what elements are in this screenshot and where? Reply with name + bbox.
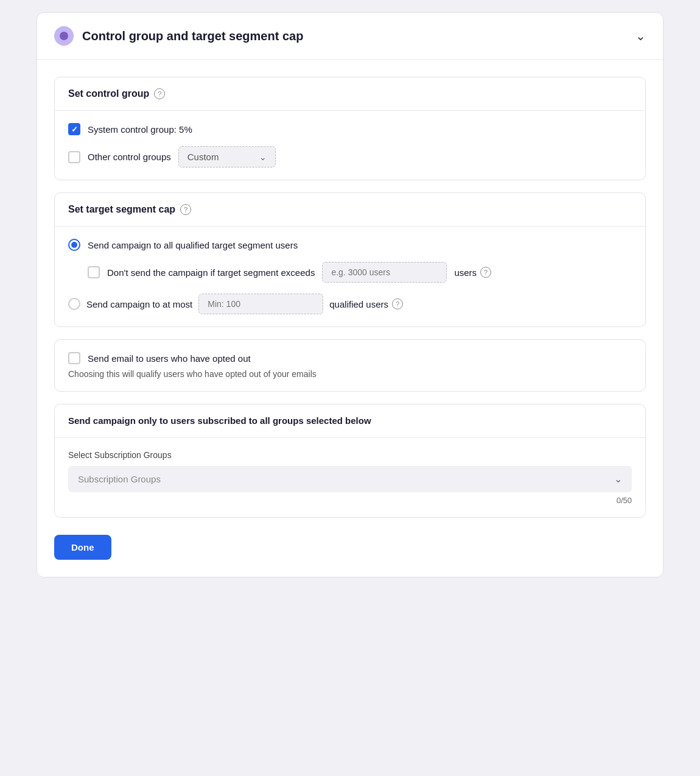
qualified-suffix-label: qualified users ? <box>329 298 403 309</box>
system-control-label: System control group: 5% <box>88 124 192 135</box>
system-control-checkbox[interactable] <box>68 123 80 135</box>
control-group-section: Set control group ? System control group… <box>54 77 646 180</box>
card-header-left: Control group and target segment cap <box>54 26 303 46</box>
opted-out-section: Send email to users who have opted out C… <box>54 339 646 392</box>
radio-all-label: Send campaign to all qualified target se… <box>88 240 298 250</box>
subscription-section: Send campaign only to users subscribed t… <box>54 404 646 518</box>
target-segment-header: Set target segment cap ? <box>55 193 645 227</box>
target-segment-section: Set target segment cap ? Send campaign t… <box>54 192 646 327</box>
main-card: Control group and target segment cap ⌄ S… <box>37 12 663 577</box>
custom-dropdown-chevron: ⌄ <box>259 152 267 162</box>
card-header: Control group and target segment cap ⌄ <box>37 13 663 60</box>
dont-send-label: Don't send the campaign if target segmen… <box>107 267 315 278</box>
control-group-header: Set control group ? <box>55 77 645 111</box>
subscription-section-body: Select Subscription Groups Subscription … <box>55 438 645 517</box>
dont-send-row: Don't send the campaign if target segmen… <box>88 262 632 283</box>
radio-most[interactable] <box>68 298 80 310</box>
target-segment-body: Send campaign to all qualified target se… <box>55 227 645 326</box>
control-group-body: System control group: 5% Other control g… <box>55 111 645 180</box>
subscription-section-title: Send campaign only to users subscribed t… <box>68 415 371 426</box>
opted-out-checkbox[interactable] <box>68 352 80 364</box>
target-segment-title: Set target segment cap <box>68 204 175 215</box>
exceeds-input[interactable] <box>322 262 447 283</box>
done-button[interactable]: Done <box>54 535 111 560</box>
radio-all-row: Send campaign to all qualified target se… <box>68 239 632 251</box>
opted-out-description: Choosing this will qualify users who hav… <box>68 369 632 379</box>
subscription-chevron-icon: ⌄ <box>614 473 622 485</box>
radio-most-label: Send campaign to at most <box>86 299 192 309</box>
other-control-checkbox[interactable] <box>68 151 80 163</box>
other-control-label: Other control groups <box>88 152 171 162</box>
subscription-count: 0/50 <box>68 496 632 505</box>
collapse-icon[interactable]: ⌄ <box>635 29 646 43</box>
radio-most-row: Send campaign to at most qualified users… <box>68 294 632 314</box>
dont-send-checkbox[interactable] <box>88 266 100 278</box>
radio-all[interactable] <box>68 239 80 251</box>
opted-out-top: Send email to users who have opted out <box>68 352 632 364</box>
header-icon <box>54 26 74 46</box>
users-suffix-label: users ? <box>454 267 491 278</box>
target-segment-help-icon[interactable]: ? <box>180 204 191 215</box>
other-control-row: Other control groups Custom ⌄ <box>68 146 632 168</box>
custom-dropdown[interactable]: Custom ⌄ <box>178 146 276 168</box>
page-title: Control group and target segment cap <box>82 29 303 43</box>
most-input[interactable] <box>198 294 323 314</box>
qualified-help-icon[interactable]: ? <box>392 298 403 309</box>
custom-dropdown-label: Custom <box>187 152 254 162</box>
header-icon-inner <box>60 32 68 40</box>
subscription-select-label: Select Subscription Groups <box>68 450 632 460</box>
subscription-section-header: Send campaign only to users subscribed t… <box>55 404 645 438</box>
done-section: Done <box>37 535 663 577</box>
system-control-row: System control group: 5% <box>68 123 632 135</box>
subscription-dropdown[interactable]: Subscription Groups ⌄ <box>68 466 632 492</box>
card-body: Set control group ? System control group… <box>37 60 663 535</box>
control-group-help-icon[interactable]: ? <box>154 88 165 99</box>
control-group-title: Set control group <box>68 88 149 99</box>
subscription-dropdown-placeholder: Subscription Groups <box>78 474 614 484</box>
users-help-icon[interactable]: ? <box>480 267 491 278</box>
opted-out-label: Send email to users who have opted out <box>88 353 251 364</box>
